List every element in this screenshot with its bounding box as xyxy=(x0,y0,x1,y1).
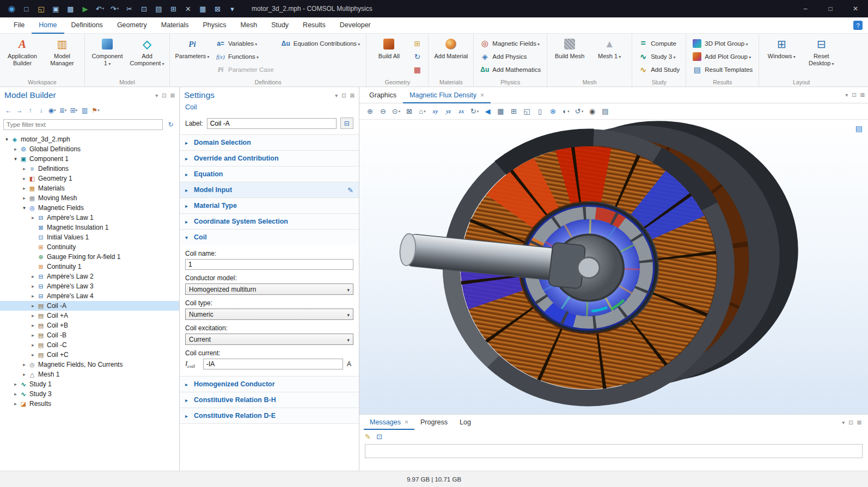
filter-icon[interactable]: ⚑ xyxy=(90,104,101,116)
panel-close-icon[interactable]: ⊠ xyxy=(350,93,354,98)
edit-model-input-icon[interactable] xyxy=(347,186,353,194)
tree-item[interactable]: Coil +A xyxy=(0,311,179,320)
run-icon[interactable]: ▶ xyxy=(78,0,93,17)
coil-name-input[interactable] xyxy=(185,259,353,270)
compile-equations-icon[interactable]: ▦ xyxy=(195,0,210,17)
expand-all-icon[interactable]: ⊞ xyxy=(69,104,79,116)
tree-item[interactable]: motor_3d_2.mph xyxy=(0,134,179,144)
preview-icon[interactable]: ▩ xyxy=(63,0,78,17)
tree-expand-icon[interactable] xyxy=(29,215,36,220)
undo-icon[interactable]: ↶ xyxy=(93,0,107,17)
tree-expand-icon[interactable] xyxy=(12,156,19,162)
lock-view-icon[interactable]: ⊗ xyxy=(547,105,559,118)
tree-item[interactable]: Continuity xyxy=(0,242,179,252)
ribbon-tab[interactable]: Results xyxy=(296,17,333,34)
section-domain-selection[interactable]: Domain Selection xyxy=(180,134,359,150)
tree-item[interactable]: Coil +C xyxy=(0,350,179,360)
conductor-model-select[interactable]: Homogenized multiturn xyxy=(185,283,353,295)
node-label-input[interactable] xyxy=(207,118,337,129)
copy-icon[interactable]: ⊡ xyxy=(137,0,151,17)
scene-settings-icon[interactable]: ◐ xyxy=(560,105,572,118)
ribbon-tab[interactable]: Developer xyxy=(333,17,378,34)
clip-plane-icon[interactable]: ◱ xyxy=(521,105,533,118)
open-file-icon[interactable]: ◱ xyxy=(34,0,48,17)
windows-button[interactable]: Windows xyxy=(763,37,799,60)
tree-expand-icon[interactable] xyxy=(21,205,28,211)
panel-close-icon[interactable]: ⊠ xyxy=(170,93,175,98)
section-material-type[interactable]: Material Type xyxy=(180,198,359,213)
tree-item[interactable]: Component 1 xyxy=(0,154,179,164)
coil-current-input[interactable] xyxy=(203,359,343,369)
magnetic-fields-select[interactable]: Magnetic Fields xyxy=(478,38,542,49)
compute-button[interactable]: Compute xyxy=(637,38,681,49)
close-button[interactable]: ✕ xyxy=(843,0,868,17)
tree-expand-icon[interactable] xyxy=(29,352,36,357)
tree-item[interactable]: Continuity 1 xyxy=(0,262,179,272)
parameters-button[interactable]: Parameters xyxy=(174,37,210,60)
result-templates-button[interactable]: Result Templates xyxy=(690,64,754,75)
tree-item[interactable]: Coil -B xyxy=(0,330,179,340)
tree-expand-icon[interactable] xyxy=(29,323,36,328)
save-icon[interactable]: ▣ xyxy=(48,0,63,17)
reset-desktop-button[interactable]: Reset Desktop xyxy=(803,37,839,67)
parameter-case-button[interactable]: Parameter Case xyxy=(214,64,276,75)
3d-plot-group-button[interactable]: 3D Plot Group xyxy=(690,38,754,49)
application-builder-button[interactable]: Application Builder xyxy=(4,37,40,67)
tree-expand-icon[interactable] xyxy=(12,381,19,387)
ribbon-tab[interactable]: File xyxy=(7,17,32,34)
section-model-input[interactable]: Model Input xyxy=(180,182,359,198)
section-equation[interactable]: Equation xyxy=(180,166,359,182)
delete-sequence-button[interactable] xyxy=(411,64,424,75)
tree-expand-icon[interactable] xyxy=(29,283,36,289)
update-geometry-button[interactable] xyxy=(411,51,424,62)
ribbon-tab[interactable]: Definitions xyxy=(64,17,110,34)
color-legend-icon[interactable]: ▯ xyxy=(534,105,546,118)
tree-item[interactable]: Ampère's Law 2 xyxy=(0,272,179,281)
tree-expand-icon[interactable] xyxy=(12,401,19,406)
tree-expand-icon[interactable] xyxy=(29,303,36,309)
messages-output[interactable] xyxy=(365,444,863,458)
component-1-button[interactable]: Component 1 xyxy=(89,37,125,67)
tree-expand-icon[interactable] xyxy=(29,332,36,338)
graphics-canvas[interactable] xyxy=(359,120,868,414)
panel-close-icon[interactable]: ⊠ xyxy=(860,92,865,98)
panel-menu-icon[interactable]: ▾ xyxy=(155,93,158,98)
panel-float-icon[interactable]: ⊡ xyxy=(848,420,853,426)
tree-expand-icon[interactable] xyxy=(21,176,28,181)
ribbon-tab[interactable]: Home xyxy=(32,17,64,34)
tab-magnetic-flux-density[interactable]: Magnetic Flux Density xyxy=(403,87,491,103)
tree-item[interactable]: Global Definitions xyxy=(0,144,179,154)
tab-messages[interactable]: Messages xyxy=(364,415,414,430)
tree-expand-icon[interactable] xyxy=(21,362,28,367)
panel-float-icon[interactable]: ⊡ xyxy=(162,93,166,98)
ribbon-tab[interactable]: Materials xyxy=(154,17,196,34)
build-all-button[interactable]: Build All xyxy=(371,37,407,60)
help-icon[interactable] xyxy=(853,21,863,30)
insert-sequence-button[interactable] xyxy=(411,38,424,49)
tree-item[interactable]: Study 3 xyxy=(0,389,179,399)
section-coil[interactable]: Coil xyxy=(180,229,359,245)
node-grouping-icon[interactable]: ▥ xyxy=(80,104,90,116)
show-icon[interactable]: ◉ xyxy=(47,104,57,116)
tree-expand-icon[interactable] xyxy=(29,313,36,318)
section-constitutive-relation-bh[interactable]: Constitutive Relation B-H xyxy=(180,392,359,408)
graphics-context-menu-icon[interactable] xyxy=(855,124,863,133)
tree-item[interactable]: Study 1 xyxy=(0,379,179,389)
panel-menu-icon[interactable]: ▾ xyxy=(845,92,848,98)
tree-item[interactable]: Magnetic Fields xyxy=(0,203,179,213)
tree-item[interactable]: Magnetic Fields, No Currents xyxy=(0,360,179,369)
tree-item[interactable]: Gauge Fixing for A-field 1 xyxy=(0,252,179,262)
maximize-button[interactable]: □ xyxy=(818,0,843,17)
redo-icon[interactable]: ↷ xyxy=(107,0,122,17)
table-icon[interactable]: ⊠ xyxy=(210,0,225,17)
section-homogenized-conductor[interactable]: Homogenized Conductor xyxy=(180,376,359,392)
evaluate-table-icon[interactable]: ⊞ xyxy=(508,105,520,118)
panel-float-icon[interactable]: ⊡ xyxy=(341,93,346,98)
zoom-in-icon[interactable]: ⊕ xyxy=(364,105,376,118)
tree-expand-icon[interactable] xyxy=(21,372,28,377)
copy-text-icon[interactable]: ⊡ xyxy=(376,433,382,441)
mesh-1-button[interactable]: Mesh 1 xyxy=(591,37,627,60)
back-icon[interactable]: ← xyxy=(3,104,14,116)
rename-button[interactable] xyxy=(340,118,353,129)
coil-type-select[interactable]: Numeric xyxy=(185,309,353,320)
